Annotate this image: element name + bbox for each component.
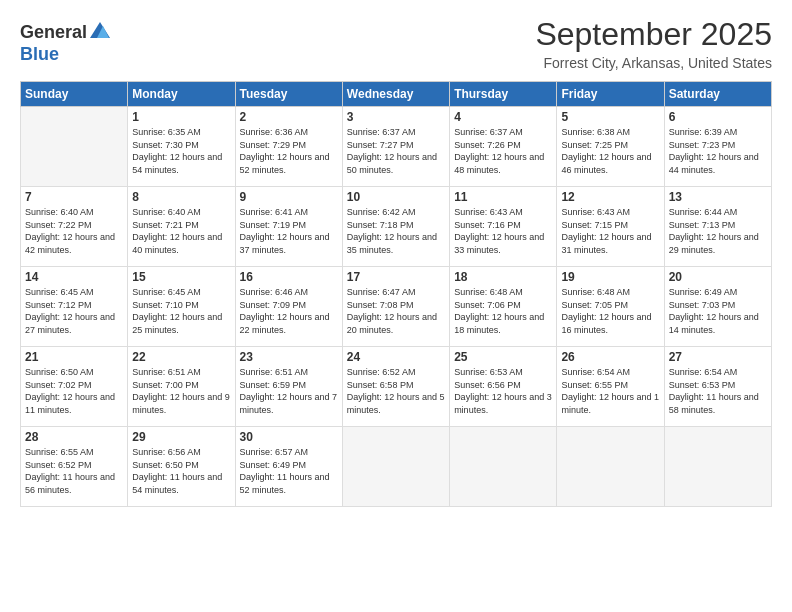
day-info: Sunrise: 6:40 AMSunset: 7:21 PMDaylight:… — [132, 206, 230, 256]
day-info: Sunrise: 6:54 AMSunset: 6:53 PMDaylight:… — [669, 366, 767, 416]
table-row: 23Sunrise: 6:51 AMSunset: 6:59 PMDayligh… — [235, 347, 342, 427]
calendar-table: Sunday Monday Tuesday Wednesday Thursday… — [20, 81, 772, 507]
day-number: 17 — [347, 270, 445, 284]
header-wednesday: Wednesday — [342, 82, 449, 107]
header-tuesday: Tuesday — [235, 82, 342, 107]
table-row: 21Sunrise: 6:50 AMSunset: 7:02 PMDayligh… — [21, 347, 128, 427]
day-number: 22 — [132, 350, 230, 364]
table-row: 24Sunrise: 6:52 AMSunset: 6:58 PMDayligh… — [342, 347, 449, 427]
table-row: 18Sunrise: 6:48 AMSunset: 7:06 PMDayligh… — [450, 267, 557, 347]
day-info: Sunrise: 6:35 AMSunset: 7:30 PMDaylight:… — [132, 126, 230, 176]
table-row: 15Sunrise: 6:45 AMSunset: 7:10 PMDayligh… — [128, 267, 235, 347]
day-info: Sunrise: 6:46 AMSunset: 7:09 PMDaylight:… — [240, 286, 338, 336]
table-row: 10Sunrise: 6:42 AMSunset: 7:18 PMDayligh… — [342, 187, 449, 267]
week-row-3: 21Sunrise: 6:50 AMSunset: 7:02 PMDayligh… — [21, 347, 772, 427]
week-row-0: 1Sunrise: 6:35 AMSunset: 7:30 PMDaylight… — [21, 107, 772, 187]
day-number: 19 — [561, 270, 659, 284]
day-number: 13 — [669, 190, 767, 204]
day-info: Sunrise: 6:37 AMSunset: 7:26 PMDaylight:… — [454, 126, 552, 176]
day-info: Sunrise: 6:43 AMSunset: 7:15 PMDaylight:… — [561, 206, 659, 256]
table-row — [557, 427, 664, 507]
day-info: Sunrise: 6:48 AMSunset: 7:05 PMDaylight:… — [561, 286, 659, 336]
day-info: Sunrise: 6:42 AMSunset: 7:18 PMDaylight:… — [347, 206, 445, 256]
table-row: 17Sunrise: 6:47 AMSunset: 7:08 PMDayligh… — [342, 267, 449, 347]
table-row: 9Sunrise: 6:41 AMSunset: 7:19 PMDaylight… — [235, 187, 342, 267]
week-row-1: 7Sunrise: 6:40 AMSunset: 7:22 PMDaylight… — [21, 187, 772, 267]
day-number: 8 — [132, 190, 230, 204]
day-info: Sunrise: 6:49 AMSunset: 7:03 PMDaylight:… — [669, 286, 767, 336]
day-info: Sunrise: 6:51 AMSunset: 7:00 PMDaylight:… — [132, 366, 230, 416]
day-info: Sunrise: 6:36 AMSunset: 7:29 PMDaylight:… — [240, 126, 338, 176]
day-info: Sunrise: 6:56 AMSunset: 6:50 PMDaylight:… — [132, 446, 230, 496]
day-info: Sunrise: 6:48 AMSunset: 7:06 PMDaylight:… — [454, 286, 552, 336]
table-row: 25Sunrise: 6:53 AMSunset: 6:56 PMDayligh… — [450, 347, 557, 427]
day-info: Sunrise: 6:37 AMSunset: 7:27 PMDaylight:… — [347, 126, 445, 176]
day-number: 1 — [132, 110, 230, 124]
location-title: Forrest City, Arkansas, United States — [535, 55, 772, 71]
day-number: 28 — [25, 430, 123, 444]
table-row — [664, 427, 771, 507]
header-monday: Monday — [128, 82, 235, 107]
day-number: 10 — [347, 190, 445, 204]
day-info: Sunrise: 6:50 AMSunset: 7:02 PMDaylight:… — [25, 366, 123, 416]
table-row: 4Sunrise: 6:37 AMSunset: 7:26 PMDaylight… — [450, 107, 557, 187]
table-row: 13Sunrise: 6:44 AMSunset: 7:13 PMDayligh… — [664, 187, 771, 267]
header-area: General Blue September 2025 Forrest City… — [20, 16, 772, 71]
day-info: Sunrise: 6:40 AMSunset: 7:22 PMDaylight:… — [25, 206, 123, 256]
table-row: 22Sunrise: 6:51 AMSunset: 7:00 PMDayligh… — [128, 347, 235, 427]
table-row: 14Sunrise: 6:45 AMSunset: 7:12 PMDayligh… — [21, 267, 128, 347]
table-row: 28Sunrise: 6:55 AMSunset: 6:52 PMDayligh… — [21, 427, 128, 507]
day-number: 6 — [669, 110, 767, 124]
day-info: Sunrise: 6:57 AMSunset: 6:49 PMDaylight:… — [240, 446, 338, 496]
table-row — [450, 427, 557, 507]
day-info: Sunrise: 6:54 AMSunset: 6:55 PMDaylight:… — [561, 366, 659, 416]
table-row: 12Sunrise: 6:43 AMSunset: 7:15 PMDayligh… — [557, 187, 664, 267]
day-number: 12 — [561, 190, 659, 204]
page: General Blue September 2025 Forrest City… — [0, 0, 792, 612]
header-saturday: Saturday — [664, 82, 771, 107]
month-title: September 2025 — [535, 16, 772, 53]
weekday-header-row: Sunday Monday Tuesday Wednesday Thursday… — [21, 82, 772, 107]
day-info: Sunrise: 6:52 AMSunset: 6:58 PMDaylight:… — [347, 366, 445, 416]
day-number: 18 — [454, 270, 552, 284]
logo-blue: Blue — [20, 44, 59, 64]
day-number: 25 — [454, 350, 552, 364]
day-info: Sunrise: 6:53 AMSunset: 6:56 PMDaylight:… — [454, 366, 552, 416]
header-friday: Friday — [557, 82, 664, 107]
table-row: 30Sunrise: 6:57 AMSunset: 6:49 PMDayligh… — [235, 427, 342, 507]
table-row: 26Sunrise: 6:54 AMSunset: 6:55 PMDayligh… — [557, 347, 664, 427]
table-row — [21, 107, 128, 187]
day-number: 20 — [669, 270, 767, 284]
day-number: 26 — [561, 350, 659, 364]
header-sunday: Sunday — [21, 82, 128, 107]
title-area: September 2025 Forrest City, Arkansas, U… — [535, 16, 772, 71]
logo-general: General — [20, 22, 87, 43]
day-info: Sunrise: 6:47 AMSunset: 7:08 PMDaylight:… — [347, 286, 445, 336]
table-row: 3Sunrise: 6:37 AMSunset: 7:27 PMDaylight… — [342, 107, 449, 187]
day-info: Sunrise: 6:45 AMSunset: 7:10 PMDaylight:… — [132, 286, 230, 336]
day-number: 21 — [25, 350, 123, 364]
day-number: 24 — [347, 350, 445, 364]
logo-icon — [89, 20, 111, 44]
table-row: 19Sunrise: 6:48 AMSunset: 7:05 PMDayligh… — [557, 267, 664, 347]
table-row: 27Sunrise: 6:54 AMSunset: 6:53 PMDayligh… — [664, 347, 771, 427]
week-row-4: 28Sunrise: 6:55 AMSunset: 6:52 PMDayligh… — [21, 427, 772, 507]
table-row: 7Sunrise: 6:40 AMSunset: 7:22 PMDaylight… — [21, 187, 128, 267]
day-number: 5 — [561, 110, 659, 124]
table-row: 2Sunrise: 6:36 AMSunset: 7:29 PMDaylight… — [235, 107, 342, 187]
day-info: Sunrise: 6:39 AMSunset: 7:23 PMDaylight:… — [669, 126, 767, 176]
table-row: 8Sunrise: 6:40 AMSunset: 7:21 PMDaylight… — [128, 187, 235, 267]
day-number: 14 — [25, 270, 123, 284]
day-number: 7 — [25, 190, 123, 204]
day-number: 9 — [240, 190, 338, 204]
day-number: 30 — [240, 430, 338, 444]
day-info: Sunrise: 6:38 AMSunset: 7:25 PMDaylight:… — [561, 126, 659, 176]
table-row: 16Sunrise: 6:46 AMSunset: 7:09 PMDayligh… — [235, 267, 342, 347]
day-info: Sunrise: 6:51 AMSunset: 6:59 PMDaylight:… — [240, 366, 338, 416]
day-number: 27 — [669, 350, 767, 364]
day-number: 4 — [454, 110, 552, 124]
day-number: 11 — [454, 190, 552, 204]
day-info: Sunrise: 6:45 AMSunset: 7:12 PMDaylight:… — [25, 286, 123, 336]
week-row-2: 14Sunrise: 6:45 AMSunset: 7:12 PMDayligh… — [21, 267, 772, 347]
table-row: 6Sunrise: 6:39 AMSunset: 7:23 PMDaylight… — [664, 107, 771, 187]
